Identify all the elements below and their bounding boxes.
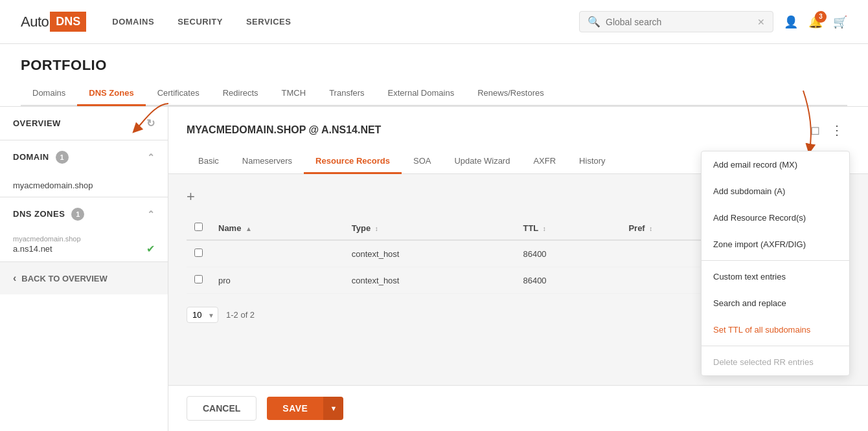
domain-count-badge: 1 [56, 151, 69, 164]
row2-checkbox[interactable] [194, 275, 203, 283]
dropdown-menu: Add email record (MX) Add subdomain (A) … [701, 151, 850, 376]
main-layout: OVERVIEW ↻ DOMAIN 1 ⌃ myacmedomain.shop … [0, 107, 868, 431]
menu-add-resource-record[interactable]: Add Resource Record(s) [702, 204, 849, 231]
save-button-group: SAVE ▼ [267, 397, 343, 420]
select-all-checkbox[interactable] [194, 223, 203, 231]
tab-dns-zones[interactable]: DNS Zones [77, 82, 145, 106]
tab-resource-records[interactable]: Resource Records [304, 149, 402, 174]
user-icon[interactable]: 👤 [784, 15, 798, 29]
add-record-button[interactable]: + [187, 188, 195, 205]
tab-renews-restores[interactable]: Renews/Restores [466, 82, 556, 106]
row1-checkbox-cell [187, 240, 211, 267]
per-page-wrapper: 10 [187, 307, 218, 323]
close-icon[interactable]: ✕ [757, 17, 765, 27]
page-info: 1-2 of 2 [226, 310, 255, 320]
nav-services[interactable]: SERVICES [246, 17, 291, 27]
layout-icon[interactable]: ◻ [810, 123, 820, 137]
logo-auto-text: Auto [21, 14, 49, 30]
menu-custom-text[interactable]: Custom text entries [702, 263, 849, 290]
sidebar-domain-item[interactable]: myacmedomain.shop [0, 174, 168, 197]
domain-chevron-icon[interactable]: ⌃ [147, 152, 155, 162]
row1-ttl: 86400 [515, 240, 621, 267]
col-ttl[interactable]: TTL ↕ [515, 216, 621, 240]
back-label: BACK TO OVERVIEW [21, 274, 107, 283]
sidebar-dns-zone-item[interactable]: myacmedomain.shop a.ns14.net ✔ [0, 231, 168, 261]
menu-zone-import[interactable]: Zone import (AXFR/DIG) [702, 231, 849, 258]
notification-badge: 3 [815, 11, 827, 23]
row1-checkbox[interactable] [194, 249, 203, 257]
footer-bar: CANCEL SAVE ▼ [168, 385, 868, 431]
tab-tmch[interactable]: TMCH [270, 82, 318, 106]
row2-name: pro [211, 267, 344, 294]
cart-icon[interactable]: 🛒 [833, 15, 847, 29]
dns-zones-count-badge: 1 [71, 208, 84, 221]
tab-domains[interactable]: Domains [21, 82, 77, 106]
tab-redirects[interactable]: Redirects [211, 82, 270, 106]
sidebar-overview-header[interactable]: OVERVIEW ↻ [0, 107, 168, 140]
col-type[interactable]: Type ↕ [344, 216, 516, 240]
dropdown-divider-1 [702, 260, 849, 261]
sidebar-overview-section: OVERVIEW ↻ [0, 107, 168, 140]
sidebar-dns-zones-header[interactable]: DNS ZONES 1 ⌃ [0, 197, 168, 231]
row1-name [211, 240, 344, 267]
name-sort-icon: ▲ [246, 225, 252, 232]
menu-search-replace[interactable]: Search and replace [702, 290, 849, 316]
tab-certificates[interactable]: Certificates [146, 82, 211, 106]
tab-update-wizard[interactable]: Update Wizard [442, 149, 521, 174]
save-dropdown-button[interactable]: ▼ [323, 397, 343, 420]
content-title: MYACMEDOMAIN.SHOP @ A.NS14.NET [187, 124, 381, 136]
tab-basic[interactable]: Basic [187, 149, 231, 174]
sidebar-domain-section: DOMAIN 1 ⌃ myacmedomain.shop [0, 140, 168, 197]
menu-delete-rr: Delete selected RR entries [702, 349, 849, 375]
search-input[interactable] [606, 17, 752, 27]
tab-soa[interactable]: SOA [402, 149, 442, 174]
tab-transfers[interactable]: Transfers [317, 82, 376, 106]
back-to-overview-button[interactable]: ‹ BACK TO OVERVIEW [0, 262, 168, 294]
header: Auto DNS DOMAINS SECURITY SERVICES 🔍 ✕ 👤… [0, 0, 868, 44]
per-page-select[interactable]: 10 [187, 307, 218, 323]
more-options-button[interactable]: ⋮ [825, 120, 850, 140]
portfolio-tabs: Domains DNS Zones Certificates Redirects… [21, 82, 847, 106]
content-area: MYACMEDOMAIN.SHOP @ A.NS14.NET ◻ ⋮ Basic… [168, 107, 868, 431]
menu-add-subdomain[interactable]: Add subdomain (A) [702, 178, 849, 204]
row2-checkbox-cell [187, 267, 211, 294]
notifications-icon[interactable]: 🔔 3 [808, 15, 823, 29]
search-bar[interactable]: 🔍 ✕ [579, 11, 773, 32]
sidebar-domain-header[interactable]: DOMAIN 1 ⌃ [0, 140, 168, 174]
type-sort-icon: ↕ [375, 225, 378, 232]
cancel-button[interactable]: CANCEL [187, 396, 257, 421]
dns-zone-name: a.ns14.net ✔ [13, 243, 155, 255]
col-name[interactable]: Name ▲ [211, 216, 344, 240]
nav-security[interactable]: SECURITY [177, 17, 223, 27]
portfolio-section: PORTFOLIO Domains DNS Zones Certificates… [0, 44, 868, 107]
tab-history[interactable]: History [567, 149, 617, 174]
row2-ttl: 86400 [515, 267, 621, 294]
row2-type: context_host [344, 267, 516, 294]
portfolio-title: PORTFOLIO [21, 44, 847, 82]
dns-zones-chevron-icon[interactable]: ⌃ [147, 209, 155, 219]
header-right: 🔍 ✕ 👤 🔔 3 🛒 [579, 11, 847, 32]
sidebar: OVERVIEW ↻ DOMAIN 1 ⌃ myacmedomain.shop … [0, 107, 168, 431]
menu-set-ttl[interactable]: Set TTL of all subdomains [702, 316, 849, 343]
header-nav: DOMAINS SECURITY SERVICES [112, 17, 291, 27]
dropdown-divider-2 [702, 346, 849, 346]
dns-zones-label: DNS ZONES [13, 209, 65, 219]
save-button[interactable]: SAVE [267, 397, 323, 420]
logo[interactable]: Auto DNS [21, 12, 86, 32]
checkmark-icon: ✔ [146, 243, 155, 255]
overview-label: OVERVIEW [13, 118, 61, 128]
logo-dns-text: DNS [50, 12, 86, 32]
row1-type: context_host [344, 240, 516, 267]
menu-add-email[interactable]: Add email record (MX) [702, 151, 849, 178]
search-icon: 🔍 [588, 16, 600, 28]
nav-domains[interactable]: DOMAINS [112, 17, 154, 27]
refresh-icon[interactable]: ↻ [146, 117, 155, 129]
sidebar-dns-zones-section: DNS ZONES 1 ⌃ myacmedomain.shop a.ns14.n… [0, 197, 168, 262]
tab-nameservers[interactable]: Nameservers [231, 149, 304, 174]
tab-external-domains[interactable]: External Domains [376, 82, 466, 106]
pref-sort-icon: ↕ [649, 225, 652, 232]
domain-section-label: DOMAIN [13, 152, 49, 162]
tab-axfr[interactable]: AXFR [521, 149, 567, 174]
back-arrow-icon: ‹ [13, 272, 16, 284]
ttl-sort-icon: ↕ [543, 225, 546, 232]
